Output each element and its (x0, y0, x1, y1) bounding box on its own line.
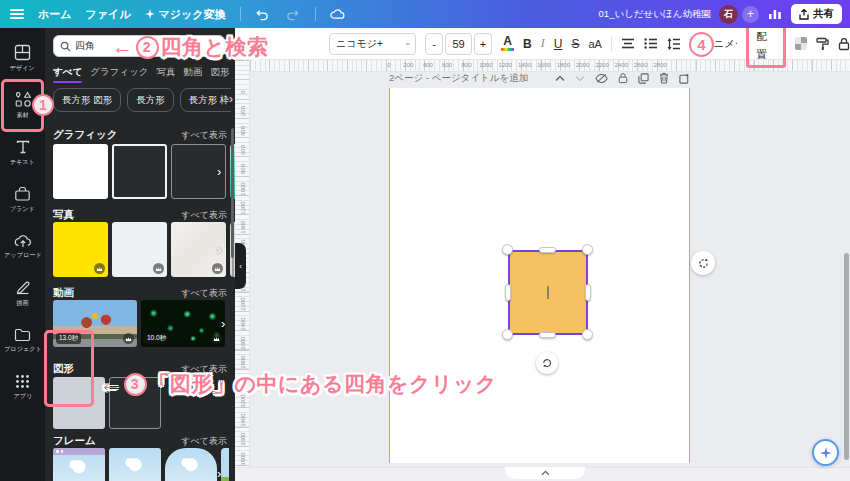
panel-scrollbar[interactable] (231, 128, 235, 258)
photo-white[interactable] (112, 222, 167, 277)
videos-row: 13.0秒 10.0秒 (53, 300, 225, 347)
duplicate-page-icon[interactable] (638, 73, 649, 84)
italic-button[interactable]: I (541, 36, 545, 51)
chip-rect[interactable]: 長方形 (127, 88, 174, 112)
video-cathedral[interactable]: 13.0秒 (53, 300, 137, 347)
text-case-button[interactable]: aA (588, 38, 601, 50)
sidebar-item-uploads[interactable]: アップロード (0, 223, 45, 270)
document-title[interactable]: 01_いしだせいほん幼稚園 (599, 8, 711, 21)
show-all-link[interactable]: すべて表示 (181, 129, 227, 142)
sidebar-label: 描画 (16, 299, 28, 308)
search-bar[interactable] (53, 35, 225, 57)
hide-page-icon[interactable] (595, 73, 608, 84)
resize-handle-right[interactable] (585, 284, 591, 301)
chip-rect-shape[interactable]: 長方形 図形 (53, 88, 121, 112)
sidebar-item-design[interactable]: デザイン (0, 35, 45, 82)
resize-handle-top-right[interactable] (582, 244, 593, 255)
share-button[interactable]: 共有 (791, 4, 842, 24)
frame-rounded[interactable] (165, 448, 217, 481)
text-color-button[interactable]: A (501, 36, 514, 51)
ruler-label: 0 (240, 85, 246, 99)
delete-page-icon[interactable] (659, 72, 669, 84)
redo-icon[interactable] (285, 6, 301, 22)
rotate-handle[interactable] (536, 352, 558, 374)
expand-toolbar-handle[interactable] (505, 467, 585, 479)
shape-square[interactable] (53, 377, 105, 429)
add-page-icon[interactable] (679, 73, 690, 84)
resize-handle-top-left[interactable] (502, 244, 513, 255)
add-member-button[interactable]: + (742, 6, 759, 23)
move-page-down-icon[interactable] (575, 75, 585, 82)
sidebar-item-draw[interactable]: 描画 (0, 270, 45, 317)
sidebar-item-brand[interactable]: ブランド (0, 176, 45, 223)
resize-handle-left[interactable] (505, 284, 511, 301)
move-page-up-icon[interactable] (555, 75, 565, 82)
photo-yellow[interactable] (53, 222, 108, 277)
undo-icon[interactable] (255, 6, 271, 22)
canvas-scrollbar[interactable] (844, 253, 849, 460)
show-all-link[interactable]: すべて表示 (181, 209, 227, 222)
frames-next-chevron-icon[interactable]: › (217, 466, 221, 481)
graphic-outline-square[interactable] (112, 144, 167, 199)
frame-square[interactable] (109, 448, 161, 481)
sidebar-item-projects[interactable]: プロジェクト (0, 317, 45, 364)
ruler-label: 400 (240, 124, 246, 138)
sidebar-item-text[interactable]: テキスト (0, 129, 45, 176)
sidebar-item-elements[interactable]: 素材 (0, 82, 45, 129)
tab-photos[interactable]: 写真 (157, 66, 176, 83)
graphics-next-chevron-icon[interactable]: › (217, 164, 221, 179)
strikethrough-button[interactable]: S (571, 37, 579, 51)
tab-shapes[interactable]: 図形 (211, 66, 230, 83)
tab-graphics[interactable]: グラフィック (90, 66, 148, 83)
font-size-value[interactable]: 59 (445, 33, 472, 55)
resize-handle-top[interactable] (539, 247, 556, 253)
font-size-decrease-button[interactable]: - (425, 33, 443, 55)
alignment-button[interactable] (621, 38, 635, 49)
graphic-white-square[interactable] (53, 144, 108, 199)
search-input[interactable] (75, 41, 195, 52)
videos-next-chevron-icon[interactable]: › (221, 316, 225, 331)
animate-button[interactable]: アニメート (700, 37, 737, 51)
menu-icon[interactable] (10, 9, 24, 19)
text-style-lines-icon[interactable] (307, 39, 320, 49)
spacing-button[interactable] (667, 38, 681, 50)
transparency-button[interactable] (795, 37, 807, 50)
list-button[interactable] (644, 38, 658, 49)
chips-more-chevron-icon[interactable]: › (229, 92, 233, 106)
file-menu[interactable]: ファイル (86, 7, 131, 22)
underline-button[interactable]: U (554, 37, 563, 51)
font-size-increase-button[interactable]: + (474, 33, 492, 55)
page-title[interactable]: 2ページ - ページタイトルを追加 (389, 72, 528, 85)
tab-videos[interactable]: 動画 (184, 66, 203, 83)
canva-assistant-button[interactable] (812, 439, 839, 466)
show-all-link[interactable]: すべて表示 (181, 435, 227, 448)
frame-partial[interactable] (221, 448, 229, 481)
frame-browser[interactable] (53, 448, 105, 481)
video-green-sparkles[interactable]: 10.0秒 (141, 300, 225, 347)
chip-rect-frame[interactable]: 長方形 枠 (180, 88, 231, 112)
resize-handle-bottom-right[interactable] (582, 329, 593, 340)
avatar[interactable]: 石 (719, 5, 738, 24)
ruler-label: 800 (461, 62, 471, 68)
font-selector[interactable]: ニコモジ+ › (329, 33, 416, 55)
magic-switch-menu[interactable]: マジック変換 (145, 7, 226, 22)
graphics-row (53, 144, 235, 199)
section-title: 写真 (53, 208, 74, 222)
home-menu[interactable]: ホーム (38, 7, 72, 22)
copy-style-button[interactable] (816, 37, 829, 51)
panel-collapse-handle[interactable]: ‹ (235, 243, 246, 289)
lock-page-icon[interactable] (618, 72, 628, 84)
tab-all[interactable]: すべて (53, 66, 82, 83)
resize-handle-bottom-left[interactable] (502, 329, 513, 340)
shape-square-2[interactable] (109, 377, 161, 429)
show-all-link[interactable]: すべて表示 (181, 363, 227, 376)
sidebar-item-apps[interactable]: アプリ (0, 364, 45, 411)
show-all-link[interactable]: すべて表示 (181, 287, 227, 300)
lock-button[interactable] (838, 37, 850, 51)
position-button[interactable]: 配置 (756, 30, 767, 60)
bold-button[interactable]: B (523, 37, 532, 51)
resize-handle-bottom[interactable] (539, 332, 556, 338)
insights-chart-icon[interactable] (767, 6, 783, 22)
photos-next-chevron-icon[interactable]: › (217, 242, 221, 257)
loop-rotate-button[interactable] (691, 251, 715, 275)
